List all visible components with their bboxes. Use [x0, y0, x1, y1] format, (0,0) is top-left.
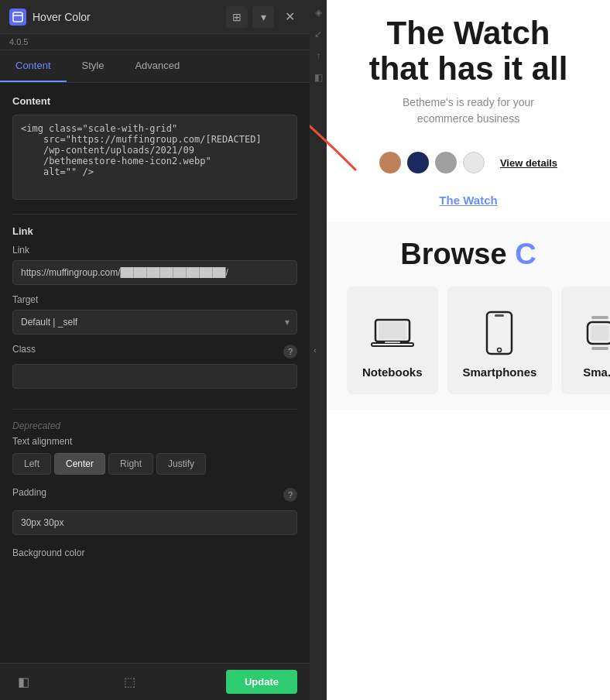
category-card-notebooks: Notebooks — [347, 287, 438, 394]
product-link[interactable]: The Watch — [350, 194, 587, 207]
bottom-icon-2[interactable]: ⬚ — [119, 671, 141, 693]
bottom-icon-1[interactable]: ◧ — [12, 671, 34, 693]
svg-rect-4 — [372, 343, 413, 346]
title-bar-actions: ⊞ ▾ ✕ — [226, 6, 300, 28]
panel-bottom: ◧ ⬚ Update — [0, 663, 310, 700]
padding-label: Padding — [12, 487, 46, 498]
update-button[interactable]: Update — [226, 670, 297, 694]
padding-section: Padding ? 30px 30px — [12, 487, 297, 535]
link-field-label: Link — [12, 245, 297, 256]
divider-2 — [12, 409, 297, 410]
website-preview-panel: ◈ ↙ ↑ ◧ The Watch that has it all Bethem… — [310, 0, 610, 700]
sidebar-icon-1[interactable]: ◈ — [312, 6, 324, 19]
watch-icon — [577, 310, 610, 356]
align-center-btn[interactable]: Center — [54, 453, 105, 475]
category-card-smartwatch: Sma... — [561, 287, 610, 394]
hero-subtitle: Betheme's is ready for your ecommerce bu… — [350, 94, 587, 127]
swatch-1[interactable] — [379, 152, 401, 173]
hero-section: The Watch that has it all Betheme's is r… — [327, 0, 610, 222]
target-field-label: Target — [12, 294, 297, 305]
view-details-button[interactable]: View details — [500, 157, 557, 169]
category-card-smartphones: Smartphones — [447, 287, 553, 394]
tab-advanced[interactable]: Advanced — [119, 50, 195, 82]
browse-section: Browse C Notebooks — [327, 222, 610, 410]
padding-field-row: Padding ? — [12, 487, 297, 503]
sidebar-icon-2[interactable]: ↙ — [312, 28, 324, 40]
align-justify-btn[interactable]: Justify — [156, 453, 206, 475]
svg-point-8 — [498, 348, 502, 352]
product-actions: View details — [350, 139, 587, 186]
align-left-btn[interactable]: Left — [12, 453, 51, 475]
category-grid: Notebooks Smartphones — [342, 271, 595, 410]
dropdown-btn[interactable]: ▾ — [252, 6, 274, 28]
color-swatches — [379, 152, 485, 173]
svg-rect-9 — [591, 316, 608, 319]
class-input[interactable] — [12, 364, 297, 389]
editor-icon — [9, 9, 26, 26]
hero-title: The Watch that has it all — [350, 15, 587, 87]
sidebar-icon-4[interactable]: ◧ — [312, 71, 324, 84]
tab-content[interactable]: Content — [0, 50, 67, 82]
svg-rect-10 — [591, 347, 608, 350]
align-right-btn[interactable]: Right — [108, 453, 153, 475]
browse-accent: C — [515, 238, 536, 270]
divider-1 — [12, 214, 297, 214]
text-alignment-group: Left Center Right Justify — [12, 453, 297, 475]
category-name-smartwatch: Sma... — [583, 365, 610, 379]
svg-rect-12 — [591, 325, 609, 341]
svg-rect-0 — [13, 12, 22, 22]
close-btn[interactable]: ✕ — [279, 6, 300, 28]
target-select[interactable]: Default | _self _blank _parent _top — [12, 310, 297, 335]
website-preview: The Watch that has it all Betheme's is r… — [327, 0, 610, 700]
sidebar-icon-3[interactable]: ↑ — [312, 50, 324, 62]
background-color-section: Background color — [12, 547, 297, 558]
tab-style[interactable]: Style — [67, 50, 120, 82]
padding-help-icon[interactable]: ? — [283, 488, 297, 502]
category-name-notebooks: Notebooks — [362, 365, 423, 379]
layout-btn[interactable]: ⊞ — [226, 6, 248, 28]
browse-title: Browse C — [342, 238, 595, 271]
svg-rect-7 — [495, 314, 504, 317]
class-field-label: Class — [12, 344, 36, 355]
title-bar: Hover Color ⊞ ▾ ✕ — [0, 0, 310, 34]
phone-icon — [476, 310, 523, 356]
class-help-icon[interactable]: ? — [283, 345, 297, 359]
link-input[interactable] — [12, 260, 297, 285]
tab-bar: Content Style Advanced — [0, 50, 310, 83]
swatch-3[interactable] — [435, 152, 457, 173]
laptop-icon — [369, 310, 416, 356]
deprecated-label: Deprecated — [12, 420, 297, 431]
panel-content: Content <img class="scale-with-grid" src… — [0, 83, 310, 663]
link-section-label: Link — [12, 225, 297, 237]
swatch-4[interactable] — [463, 152, 485, 173]
content-editor[interactable]: <img class="scale-with-grid" src="https:… — [12, 115, 297, 200]
content-section-label: Content — [12, 95, 297, 107]
version-bar: 4.0.5 — [0, 34, 310, 50]
svg-rect-5 — [385, 341, 400, 343]
text-alignment-label: Text alignment — [12, 436, 297, 447]
swatch-2[interactable] — [407, 152, 429, 173]
padding-input[interactable]: 30px 30px — [12, 510, 297, 535]
panel-title: Hover Color — [33, 11, 226, 23]
svg-rect-3 — [379, 322, 406, 339]
class-field-row: Class ? — [12, 344, 297, 359]
collapse-panel-tab[interactable]: ‹ — [310, 335, 320, 365]
background-color-label: Background color — [12, 547, 297, 558]
category-name-smartphones: Smartphones — [463, 365, 537, 379]
